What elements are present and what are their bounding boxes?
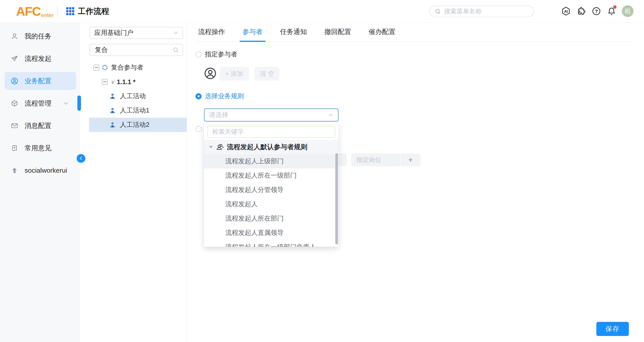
comment-plus-icon (11, 144, 18, 152)
tree-search-box[interactable] (90, 44, 183, 56)
tab-withdraw-config[interactable]: 撤回配置 (322, 22, 354, 42)
svg-text:AI: AI (564, 10, 568, 14)
tree-node-label: 1.1.1 * (117, 78, 136, 86)
person-icon (109, 107, 116, 114)
page-title: 工作流程 (78, 0, 109, 22)
participant-avatar-icon (204, 67, 216, 80)
dropdown-item[interactable]: 流程发起人上级部门 (204, 154, 338, 168)
dropdown-scrollbar-thumb[interactable] (335, 153, 338, 244)
app-grid-icon[interactable] (66, 7, 74, 15)
option-label: 选择业务规则 (205, 92, 244, 101)
chevron-up-icon (328, 113, 334, 117)
chevron-down-icon (64, 102, 68, 105)
dropdown-item[interactable]: 流程发起人所在一级部门 (204, 168, 338, 183)
dropdown-item[interactable]: 流程发起人所在一级部门负责人 (204, 240, 338, 247)
tree-search-input[interactable] (94, 46, 173, 54)
triangle-down-icon (209, 146, 213, 148)
notification-badge (613, 5, 616, 9)
tree-node-version[interactable]: ∨ 1.1.1 * (80, 75, 187, 89)
dropdown-search-box[interactable] (207, 126, 335, 138)
config-tabbar: 流程操作 参与者 任务通知 撤回配置 催办配置 (195, 22, 634, 42)
afcenter-logo[interactable]: AFC enter (16, 0, 54, 22)
hidden-button-fragment (339, 154, 347, 166)
sidebar-item-process-start[interactable]: 流程发起 (0, 48, 80, 70)
dropdown-group-label: 流程发起人默认参与者规则 (227, 142, 307, 152)
tree-node-label: 人工活动 (120, 92, 146, 101)
radio-assign-participant[interactable] (196, 52, 202, 58)
sidebar-item-label: 消息配置 (24, 121, 52, 130)
chevron-left-icon (79, 156, 83, 160)
portal-select-value: 应用基础门户 (94, 28, 173, 37)
menu-search-box[interactable] (429, 6, 534, 17)
activity-tree: 复合参与者 ∨ 1.1.1 * 人工活动 人工活动1 人工活动2 (80, 60, 187, 132)
sidebar-collapse-button[interactable] (77, 154, 85, 162)
logo-sub-text: enter (41, 12, 54, 18)
person-icon (109, 93, 116, 100)
tab-process-operation[interactable]: 流程操作 (195, 22, 228, 42)
option-assign-participant: 指定参与者 (196, 50, 237, 59)
tree-node-activity[interactable]: 人工活动 (80, 89, 187, 103)
search-icon (435, 8, 441, 14)
sidebar-item-socialworkerui[interactable]: socialworkerui (0, 159, 80, 182)
sidebar-item-process-manage[interactable]: 流程管理 (0, 92, 80, 114)
participant-tree-panel: 应用基础门户 复合参与者 ∨ 1.1.1 * 人工活动 人工活动1 人工活动2 (80, 22, 187, 342)
header-divider (57, 6, 58, 16)
add-participant-button[interactable]: + 添加 (220, 67, 249, 81)
business-rule-select[interactable]: 请选择 (204, 108, 338, 122)
tree-node-label: 复合参与者 (111, 63, 144, 72)
app-header: AFC enter 工作流程 AI ? 租 (0, 0, 644, 22)
user-avatar[interactable]: 租 (622, 5, 634, 17)
add-post-button[interactable]: + (401, 154, 420, 166)
notification-bell-icon[interactable] (607, 6, 616, 16)
sidebar-item-label: 常用意见 (24, 144, 52, 153)
search-icon (173, 47, 179, 53)
dropdown-item[interactable]: 流程发起人直属领导 (204, 226, 338, 240)
select-placeholder: 请选择 (209, 110, 328, 120)
dropdown-group-header[interactable]: 流程发起人默认参与者规则 (204, 140, 338, 154)
tab-task-notification[interactable]: 任务通知 (277, 22, 310, 42)
dropdown-item[interactable]: 流程发起人所在部门 (204, 211, 338, 226)
help-icon[interactable]: ? (592, 6, 601, 16)
cube-icon (11, 100, 18, 107)
user-group-icon (216, 143, 224, 151)
radio-select-business-rule[interactable] (196, 93, 202, 99)
tab-urge-config[interactable]: 催办配置 (366, 22, 398, 42)
dropdown-item[interactable]: 流程发起人分管领导 (204, 183, 338, 197)
ai-assistant-icon[interactable]: AI (561, 6, 571, 16)
tree-node-activity[interactable]: 人工活动1 (80, 103, 187, 118)
sidebar-item-label: 流程发起 (24, 54, 52, 63)
sidebar-item-my-tasks[interactable]: 我的任务 (0, 25, 80, 48)
sidebar-item-common-opinions[interactable]: 常用意见 (0, 137, 80, 159)
dropdown-item[interactable]: 流程发起人 (204, 197, 338, 211)
collapse-toggle-icon[interactable] (102, 79, 108, 85)
option-select-business-rule: 选择业务规则 (196, 92, 244, 101)
person-icon (109, 122, 116, 128)
user-icon (11, 32, 18, 40)
version-mark: ∨ (110, 78, 114, 86)
svg-text:?: ? (595, 8, 598, 14)
tree-node-composite-participant[interactable]: 复合参与者 (80, 60, 187, 75)
network-icon (102, 64, 108, 71)
save-button[interactable]: 保存 (596, 322, 629, 336)
active-item-indicator (78, 96, 81, 111)
chevron-down-icon (173, 31, 178, 35)
tree-node-activity-selected[interactable]: 人工活动2 (80, 118, 187, 132)
sidebar-item-business-config[interactable]: 业务配置 (0, 70, 80, 92)
sidebar-item-label: 流程管理 (24, 99, 52, 108)
tab-participant[interactable]: 参与者 (240, 22, 266, 42)
tree-node-label: 人工活动1 (120, 106, 150, 115)
tree-node-label: 人工活动2 (120, 120, 150, 129)
dropdown-search-input[interactable] (212, 128, 335, 136)
assign-post-button[interactable]: 指定岗位 (351, 154, 400, 166)
menu-search-input[interactable] (444, 8, 525, 15)
clear-participant-button[interactable]: 清 空 (254, 67, 280, 81)
sidebar-item-label: 业务配置 (24, 76, 52, 86)
main-sidebar: 我的任务 流程发起 业务配置 流程管理 消息配置 常用意见 socialwork… (0, 22, 80, 342)
sidebar-item-message-config[interactable]: 消息配置 (0, 114, 80, 137)
send-plane-icon (11, 55, 18, 62)
user-circle-icon (11, 77, 18, 85)
portal-select[interactable]: 应用基础门户 (90, 27, 183, 39)
collapse-toggle-icon[interactable] (94, 65, 99, 70)
plugin-icon[interactable] (576, 6, 586, 16)
radio-third-option[interactable] (196, 126, 202, 132)
